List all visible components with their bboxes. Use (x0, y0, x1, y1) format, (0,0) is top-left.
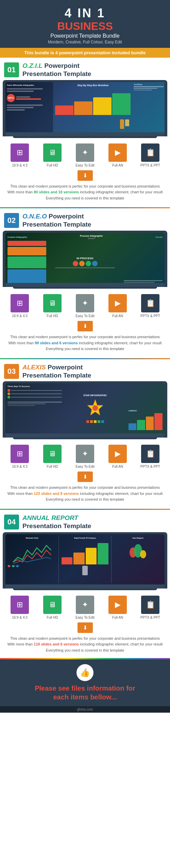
bar3 (16, 96, 30, 98)
step-bar-1 (55, 105, 73, 115)
laptop-foot-04 (13, 589, 157, 590)
feature-hd-02: 🖥 Full HD (36, 294, 69, 318)
desc-01: This clean and modern powerpoint is perf… (0, 181, 170, 203)
an-label-01: Full AN (112, 163, 123, 168)
mountain-chart (8, 541, 56, 564)
an-icon-04: ▶ (108, 596, 127, 614)
screen-heading: Step By Step Box Workflow (55, 84, 131, 86)
rb3 (134, 90, 152, 91)
stepline1 (11, 390, 62, 391)
download-row-04[interactable]: ⬇ (0, 621, 170, 634)
an-icon-03: ▶ (108, 445, 127, 463)
s4-panel3: Vase Diagram (113, 536, 163, 583)
download-row-03[interactable]: ⬇ (0, 470, 170, 483)
section-02-number: 02 (4, 213, 19, 228)
stepline2 (11, 393, 62, 394)
edit-label-01: Easy To Edit (75, 163, 94, 168)
leg4 (98, 420, 100, 423)
download-btn-04[interactable]: ⬇ (78, 622, 93, 633)
bar2 (7, 91, 34, 92)
section-01-number: 01 (4, 62, 19, 77)
feature-aspect-01: ⊞ 16:9 & 4:3 (3, 143, 36, 168)
s4-l3: C (16, 565, 20, 567)
s4-lt3: C (19, 565, 20, 567)
desc-02: This clean and modern powerpoint is perf… (0, 332, 170, 353)
star-svg (85, 398, 105, 418)
aspect-label-02: 16:9 & 4:3 (12, 314, 28, 318)
feature-edit-02: ✦ Easy To Edit (69, 294, 101, 318)
mini-bars-col (16, 96, 52, 100)
s4-div2 (111, 536, 112, 583)
rr1 (124, 280, 163, 281)
download-btn-01[interactable]: ⬇ (78, 170, 93, 181)
subtitle: Powerpoint Template Bundle (3, 33, 167, 39)
s4-panel2: Rapid Growth Of Company (60, 536, 111, 583)
screen-content-04: Mountain Chart A B C (5, 534, 165, 584)
dot1 (7, 389, 10, 392)
bar6 (7, 107, 34, 108)
feature-aspect-03: ⊞ 16:9 & 4:3 (3, 445, 36, 469)
ppt-icon-03: 📋 (141, 445, 159, 463)
download-row-02[interactable]: ⬇ (0, 320, 170, 332)
sr-label: YourPhoto (134, 83, 164, 85)
three-step-label: Three Step To Success (7, 385, 62, 387)
aspect-icon-03: ⊞ (11, 445, 29, 463)
s4-dot1 (8, 565, 10, 567)
laptop-frame-01: Team Silhouette Infographic 86% (3, 80, 167, 136)
download-btn-02[interactable]: ⬇ (78, 321, 93, 331)
step-bar-2 (74, 101, 92, 115)
desc-03: This clean and modern powerpoint is perf… (0, 483, 170, 504)
step-list (7, 389, 62, 399)
hd-label-01: Full HD (47, 163, 58, 168)
section-01: 01 O.Z.I.L PowerpointPresentation Templa… (0, 58, 170, 206)
vase-svg (128, 542, 148, 564)
edit-icon-01: ✦ (76, 143, 94, 162)
desc-04: This clean and modern powerpoint is perf… (0, 634, 170, 655)
download-row-01[interactable]: ⬇ (0, 169, 170, 181)
leg3 (94, 420, 97, 423)
section-02-title: O.N.E.O PowerpointPresentation Template (22, 212, 91, 229)
s4-title2: Rapid Growth Of Company (61, 537, 109, 539)
screen-main-01: Step By Step Box Workflow (53, 82, 133, 132)
watermark-bar: gfxtra.com (0, 706, 170, 713)
s4-growth-bars (61, 541, 109, 564)
hd-icon-04: 🖥 (43, 596, 62, 614)
edit-icon-02: ✦ (76, 294, 94, 312)
ppt-icon-01: 📋 (141, 143, 159, 162)
section-04-title: ANNUAL REPORTPresentation Template (22, 514, 91, 530)
footer-cta-line2: each items bellow... (53, 693, 117, 701)
download-btn-03[interactable]: ⬇ (78, 471, 93, 482)
feature-an-03: ▶ Full AN (101, 445, 134, 469)
section-02: 02 O.N.E.O PowerpointPresentation Templa… (0, 208, 170, 356)
feature-edit-03: ✦ Easy To Edit (69, 445, 101, 469)
gb3 (86, 548, 97, 564)
s4-legend: A B C (8, 565, 56, 567)
bar7 (7, 109, 25, 111)
dot3 (7, 396, 10, 399)
right-label: Results (156, 236, 163, 238)
aspect-icon-02: ⊞ (11, 294, 29, 312)
feature-hd-04: 🖥 Full HD (36, 596, 69, 620)
laptop-frame-02: Creative Infographic Process Infographic… (3, 231, 167, 287)
feature-an-02: ▶ Full AN (101, 294, 134, 318)
cb4 (154, 413, 163, 430)
feature-ppt-03: 📋 PPTX & PPT (134, 445, 167, 469)
leg1 (86, 420, 89, 423)
bundle-banner: This bundle is 4 powerpoint presentation… (0, 48, 170, 58)
thumb-emoji: 👍 (80, 668, 90, 677)
bar5 (7, 104, 43, 106)
header: 4 IN 1 BUSINESS Powerpoint Template Bund… (0, 0, 170, 48)
edit-label-04: Easy To Edit (75, 615, 94, 620)
section-03: 03 ALEXIS PowerpointPresentation Templat… (0, 359, 170, 507)
ppt-label-02: PPTX & PPT (140, 314, 160, 318)
cb2 (137, 420, 145, 430)
cb3 (146, 417, 154, 430)
laptop-base-04 (5, 584, 165, 589)
screen2-toprow: Creative Infographic Process Infographic… (7, 235, 163, 239)
highlight-02: 90 slides and 6 versions (35, 341, 78, 345)
rb1 (134, 86, 164, 87)
step-item-3 (7, 396, 62, 399)
s3-left: Three Step To Success (7, 385, 62, 431)
s2-center: IN PROCESS (48, 241, 122, 283)
pc2 (79, 261, 85, 266)
